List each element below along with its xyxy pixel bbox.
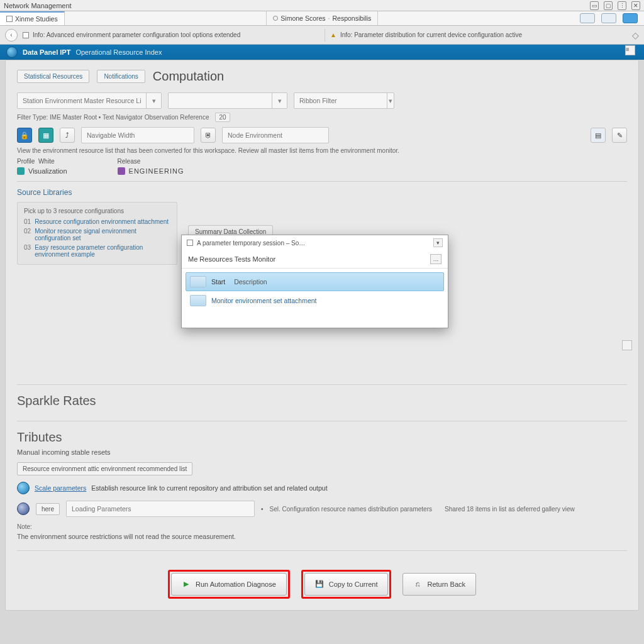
loading-param-field[interactable]	[66, 501, 255, 517]
link-tiny[interactable]: here	[36, 503, 60, 515]
window-close-icon[interactable]: ✕	[631, 1, 640, 10]
link-orb-icon	[17, 482, 30, 494]
category-input[interactable]	[18, 93, 146, 108]
main-card: Statistical Resources Notifications Comp…	[5, 60, 639, 611]
toolbar-quick-icons	[580, 13, 644, 23]
export-icon[interactable]: ▤	[591, 128, 606, 143]
scroll-handle[interactable]	[622, 340, 632, 350]
cancel-button[interactable]: ⎌ Return Back	[402, 573, 476, 596]
panel-note: Pick up to 3 resource configurations	[24, 208, 170, 214]
section-sparkle: Sparkle Rates	[17, 394, 627, 408]
window-min-icon[interactable]: ▭	[590, 1, 599, 10]
item-thumb-icon	[190, 276, 206, 287]
link-b: Establish resource link to current repos…	[91, 484, 327, 492]
dialog-item-selected[interactable]: Start Description	[186, 272, 444, 291]
run-button-label: Run Automation Diagnose	[196, 580, 276, 588]
shield-icon: ⛨	[201, 128, 216, 143]
dialog-col2: Description	[234, 278, 267, 286]
nav-width-input[interactable]	[82, 128, 194, 143]
lock-icon[interactable]: 🔒	[17, 128, 32, 143]
profile-sub: White	[38, 158, 55, 165]
info-right-text: Info: Parameter distribution for current…	[340, 31, 522, 38]
section-tributes: Tributes	[17, 430, 627, 445]
profile-label: Profile	[17, 158, 35, 165]
item-thumb-icon	[190, 295, 206, 306]
window-max-icon[interactable]: ▢	[604, 1, 613, 10]
crumb-a[interactable]: Statistical Resources	[17, 70, 89, 83]
window-titlebar: Network Management ▭ ▢ ⋮ ✕	[0, 0, 644, 11]
location-dropdown-icon[interactable]: ▾	[387, 92, 394, 109]
cancel-button-label: Return Back	[427, 580, 465, 588]
disk-icon: 💾	[315, 580, 324, 589]
play-icon: ▶	[182, 580, 191, 589]
panel-options-icon[interactable]: ≡	[625, 45, 635, 55]
quick-icon-1[interactable]	[580, 13, 595, 23]
tab-right-suffix: Responsibilis	[332, 14, 371, 22]
link-e: Shared 18 items in list as deferred gall…	[445, 506, 575, 513]
copy-button[interactable]: 💾 Copy to Current	[304, 573, 389, 596]
panel-item-1[interactable]: 01Resource configuration environment att…	[24, 217, 170, 226]
dialog-top-text: A parameter temporary session – So…	[197, 240, 305, 247]
page-title: Computation	[153, 69, 224, 84]
copy-icon[interactable]: ▦	[38, 128, 53, 143]
profile-value: Visualization	[28, 167, 67, 175]
wifi-icon: ◇	[632, 30, 639, 40]
quick-icon-3[interactable]	[623, 13, 638, 23]
crumb-b[interactable]: Notifications	[97, 70, 145, 83]
node-env-input[interactable]	[223, 128, 328, 143]
back-icon[interactable]: ‹	[5, 29, 18, 42]
release-label: Release	[118, 158, 184, 165]
window-opts-icon[interactable]: ⋮	[618, 1, 626, 10]
location-input[interactable]	[294, 93, 387, 108]
product-logo-icon	[6, 47, 18, 58]
dialog-tool-icon[interactable]	[187, 240, 193, 246]
panel-item-2[interactable]: 02Monitor resource signal environment co…	[24, 226, 170, 243]
quick-icon-2[interactable]	[601, 13, 616, 23]
dialog-toolbar: A parameter temporary session – So… ▾	[182, 235, 448, 250]
dialog-item-1-label: Monitor environment set attachment	[211, 297, 317, 304]
action-bar: ▶ Run Automation Diagnose 💾 Copy to Curr…	[17, 570, 627, 599]
category-field[interactable]: ▾	[17, 92, 162, 109]
tab-close-icon[interactable]	[6, 16, 13, 22]
info-bar: ‹ Info: Advanced environment parameter c…	[0, 26, 644, 45]
panel-title: Source Libraries	[17, 188, 627, 197]
note-text: The environment source restrictions will…	[17, 533, 627, 540]
tab-left[interactable]: Xinme Studies	[0, 11, 65, 25]
tab-right[interactable]: Simone Scores · Responsibilis	[266, 11, 378, 25]
tributes-pill[interactable]: Resource environment attic environment r…	[17, 462, 192, 475]
tool-icon[interactable]: ⤴	[60, 128, 75, 143]
highlight-run: ▶ Run Automation Diagnose	[168, 570, 290, 599]
dialog-title: Me Resources Tests Monitor	[188, 255, 275, 263]
dialog-close-icon[interactable]: …	[430, 254, 441, 264]
dialog-drop-icon[interactable]: ▾	[433, 238, 443, 247]
link-d: Sel. Configuration resource names distri…	[270, 506, 432, 513]
highlight-copy: 💾 Copy to Current	[301, 570, 392, 599]
settings-icon[interactable]: ✎	[612, 128, 627, 143]
product-banner: Data Panel IPT Operational Resource Inde…	[0, 45, 644, 60]
dialog-item-1[interactable]: Monitor environment set attachment	[186, 291, 444, 310]
category-dropdown-icon[interactable]: ▾	[146, 92, 161, 109]
blank-dropdown-icon[interactable]: ▾	[272, 92, 287, 109]
node-env-field[interactable]	[222, 127, 329, 143]
blank-input[interactable]	[169, 93, 272, 108]
nav-width-field[interactable]	[81, 127, 194, 143]
filter-subtype-label: Filter Type: IME Master Root • Text Navi…	[17, 114, 209, 121]
note-label: Note:	[17, 523, 627, 530]
blank-field[interactable]: ▾	[168, 92, 287, 109]
tab-right-prefix: Simone Scores	[280, 14, 325, 22]
panel-item-3[interactable]: 03Easy resource parameter configuration …	[24, 243, 170, 259]
globe-icon	[17, 502, 30, 515]
product-subtitle: Operational Resource Index	[75, 48, 162, 56]
document-tabbar: Xinme Studies Simone Scores · Responsibi…	[0, 11, 644, 26]
info-icon	[23, 32, 29, 38]
product-name: Data Panel IPT	[23, 48, 70, 56]
dialog-col1: Start	[211, 278, 225, 286]
run-button[interactable]: ▶ Run Automation Diagnose	[171, 573, 287, 596]
info-left-text: Info: Advanced environment parameter con…	[33, 31, 240, 38]
loading-param-input[interactable]	[67, 501, 254, 516]
copy-button-label: Copy to Current	[329, 580, 378, 588]
location-field[interactable]: ▾	[294, 92, 394, 109]
dialog-titlebar: Me Resources Tests Monitor …	[182, 250, 448, 269]
dialog-list: Start Description Monitor environment se…	[182, 269, 448, 328]
link-a[interactable]: Scale parameters	[35, 484, 86, 492]
